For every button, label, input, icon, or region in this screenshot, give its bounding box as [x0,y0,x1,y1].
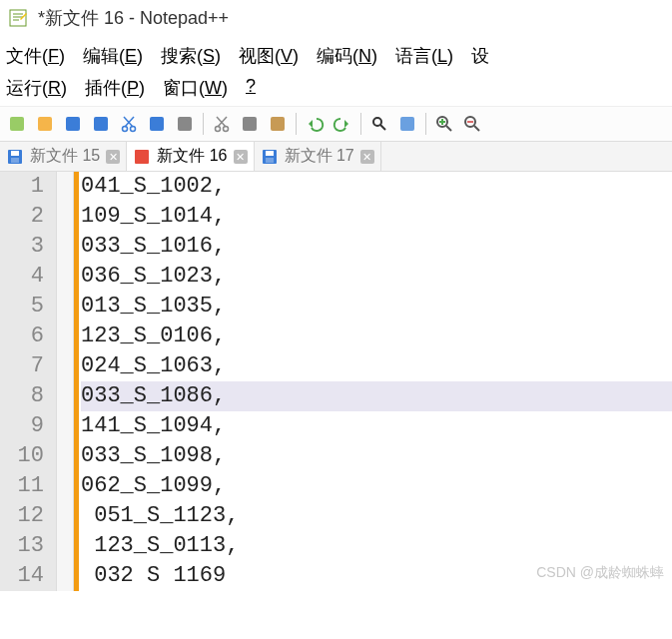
tab-label: 新文件 15 [30,146,100,167]
toolbar-replace-button[interactable] [394,111,420,137]
svg-rect-34 [138,151,146,156]
menubar-row2: 运行(R)插件(P)窗口(W)? [0,70,672,106]
svg-rect-12 [150,117,164,131]
toolbar-separator [360,113,361,135]
svg-rect-31 [11,151,19,156]
line-number: 10 [8,441,44,471]
toolbar-copy2-button[interactable] [237,111,263,137]
toolbar-save-button[interactable] [60,111,86,137]
line-number: 8 [8,381,44,411]
svg-rect-7 [94,117,108,131]
toolbar-zoom-out-button[interactable] [459,111,485,137]
code-line[interactable]: 041_S_1002, [81,172,672,202]
svg-rect-6 [66,117,80,131]
code-line[interactable]: 123_S_0106, [81,321,672,351]
menu-item-6[interactable]: 设 [471,44,489,68]
toolbar-cut2-button[interactable] [209,111,235,137]
menu-item-0[interactable]: 运行(R) [6,76,67,100]
tab-1[interactable]: 新文件 16✕ [127,142,254,171]
line-number: 9 [8,411,44,441]
tab-2[interactable]: 新文件 17✕ [255,142,381,171]
svg-rect-5 [38,117,52,131]
svg-rect-13 [178,117,192,131]
toolbar-find-button[interactable] [366,111,392,137]
code-line[interactable]: 062_S_1099, [81,471,672,501]
code-line[interactable]: 051_S_1123, [81,501,672,531]
toolbar-copy-button[interactable] [88,111,114,137]
svg-point-15 [224,127,229,132]
code-line[interactable]: 033_S_1098, [81,441,672,471]
toolbar-paste-button[interactable] [265,111,291,137]
svg-rect-38 [266,158,274,163]
code-area[interactable]: 041_S_1002,109_S_1014,033_S_1016,036_S_1… [79,172,672,591]
menubar-row1: 文件(F)编辑(E)搜索(S)视图(V)编码(N)语言(L)设 [0,36,672,70]
svg-line-24 [446,126,451,131]
toolbar [0,106,672,142]
menu-item-5[interactable]: 语言(L) [395,44,453,68]
window-title: *新文件 16 - Notepad++ [38,6,229,30]
line-number: 7 [8,351,44,381]
menu-item-4[interactable]: 编码(N) [317,44,377,68]
menu-item-2[interactable]: 窗口(W) [163,76,228,100]
toolbar-open-button[interactable] [32,111,58,137]
svg-line-28 [474,126,479,131]
toolbar-separator [425,113,426,135]
menu-item-2[interactable]: 搜索(S) [161,44,221,68]
svg-line-21 [380,125,385,130]
toolbar-cut-button[interactable] [116,111,142,137]
menu-item-0[interactable]: 文件(F) [6,44,65,68]
svg-rect-32 [11,158,19,163]
svg-rect-22 [400,117,414,131]
tab-close-icon[interactable]: ✕ [360,150,374,164]
app-icon [8,8,28,28]
toolbar-zoom-in-button[interactable] [431,111,457,137]
toolbar-separator [203,113,204,135]
code-line[interactable]: 036_S_1023, [81,262,672,292]
code-line[interactable]: 033_S_1086, [81,381,672,411]
gutter: 1234567891011121314 [0,172,56,591]
toolbar-undo-button[interactable] [302,111,328,137]
menu-item-1[interactable]: 编辑(E) [83,44,143,68]
tab-0[interactable]: 新文件 15✕ [0,142,127,171]
svg-point-20 [373,118,381,126]
menu-item-1[interactable]: 插件(P) [85,76,145,100]
save-icon [6,148,24,166]
line-number: 4 [8,262,44,292]
line-number: 1 [8,172,44,202]
tab-label: 新文件 16 [157,146,227,167]
svg-rect-0 [10,10,26,26]
svg-point-8 [123,127,128,132]
line-number: 14 [8,561,44,591]
fold-margin [56,172,74,591]
line-number: 5 [8,292,44,321]
toolbar-close-button[interactable] [144,111,170,137]
menu-item-3[interactable]: ? [246,76,256,100]
toolbar-new-button[interactable] [4,111,30,137]
line-number: 2 [8,202,44,232]
line-number: 12 [8,501,44,531]
svg-rect-35 [138,158,146,163]
tab-close-icon[interactable]: ✕ [106,150,120,164]
toolbar-redo-button[interactable] [330,111,355,137]
line-number: 13 [8,531,44,561]
toolbar-print-button[interactable] [172,111,198,137]
svg-rect-37 [266,151,274,156]
svg-point-14 [216,127,221,132]
line-number: 11 [8,471,44,501]
menu-item-3[interactable]: 视图(V) [239,44,299,68]
code-line[interactable]: 024_S_1063, [81,351,672,381]
code-line[interactable]: 013_S_1035, [81,292,672,321]
svg-rect-4 [10,117,24,131]
tab-close-icon[interactable]: ✕ [234,150,248,164]
tabbar: 新文件 15✕新文件 16✕新文件 17✕ [0,142,672,172]
line-number: 6 [8,321,44,351]
code-line[interactable]: 141_S_1094, [81,411,672,441]
code-line[interactable]: 033_S_1016, [81,232,672,262]
svg-rect-18 [243,117,257,131]
watermark: CSDN @成龄蜘蛛蟀 [536,557,664,587]
code-line[interactable]: 109_S_1014, [81,202,672,232]
toolbar-separator [296,113,297,135]
tab-label: 新文件 17 [285,146,354,167]
save-icon [133,148,151,166]
svg-point-9 [131,127,136,132]
